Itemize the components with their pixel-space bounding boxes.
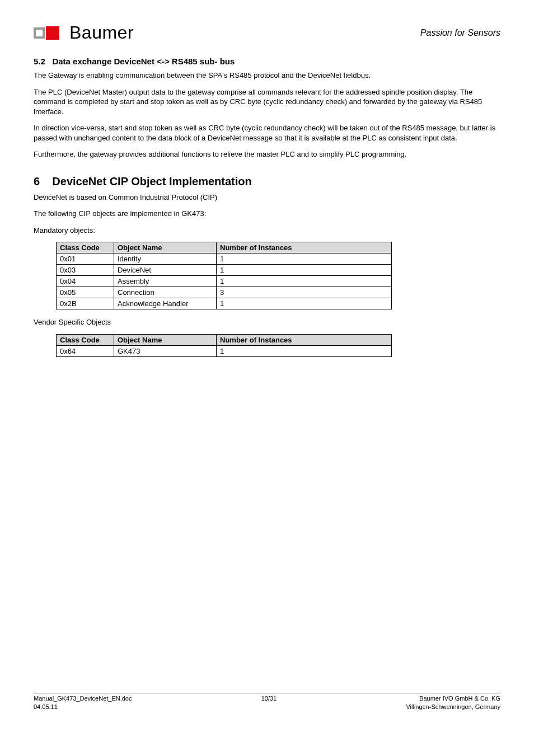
section-5-2-title: Data exchange DeviceNet <-> RS485 sub- b…: [52, 57, 235, 66]
footer-page-number: 10/31: [261, 694, 277, 702]
cell-name: GK473: [114, 346, 217, 357]
table-row: 0x05 Connection 3: [57, 287, 392, 298]
cell-code: 0x01: [57, 253, 114, 265]
col-number-instances: Number of Instances: [217, 335, 392, 346]
section-6-title: DeviceNet CIP Object Implementation: [52, 175, 251, 187]
section-5-2-para-4: Furthermore, the gateway provides additi…: [34, 149, 500, 159]
section-5-2-para-1: The Gateway is enabling communication be…: [34, 71, 500, 81]
col-class-code: Class Code: [57, 242, 114, 253]
table-row: 0x2B Acknowledge Handler 1: [57, 298, 392, 309]
cell-instances: 3: [217, 287, 392, 298]
table-row: 0x01 Identity 1: [57, 253, 392, 265]
cell-code: 0x05: [57, 287, 114, 298]
table-header-row: Class Code Object Name Number of Instanc…: [57, 242, 392, 253]
cell-instances: 1: [217, 276, 392, 287]
table-row: 0x03 DeviceNet 1: [57, 265, 392, 276]
cell-code: 0x03: [57, 265, 114, 276]
mandatory-objects-table: Class Code Object Name Number of Instanc…: [56, 242, 392, 309]
brand-logo: Baumer: [34, 22, 134, 43]
cell-name: DeviceNet: [114, 265, 217, 276]
cell-name: Connection: [114, 287, 217, 298]
footer-left: Manual_GK473_DeviceNet_EN.doc 04.05.11: [34, 694, 132, 711]
cell-instances: 1: [217, 298, 392, 309]
section-6-heading: 6 DeviceNet CIP Object Implementation: [34, 175, 500, 188]
cell-instances: 1: [217, 346, 392, 357]
section-5-2-number: 5.2: [34, 57, 45, 66]
table-header-row: Class Code Object Name Number of Instanc…: [57, 335, 392, 346]
svg-rect-2: [46, 26, 59, 40]
section-5-2-para-3: In direction vice-versa, start and stop …: [34, 123, 500, 143]
cell-name: Assembly: [114, 276, 217, 287]
col-object-name: Object Name: [114, 242, 217, 253]
footer-date: 04.05.11: [34, 703, 132, 711]
cell-instances: 1: [217, 253, 392, 265]
footer-company: Baumer IVO GmbH & Co. KG: [406, 694, 500, 702]
section-5-2-para-2: The PLC (DeviceNet Master) output data t…: [34, 87, 500, 117]
section-6-intro-1: DeviceNet is based on Common Industrial …: [34, 192, 500, 203]
svg-rect-1: [36, 30, 43, 36]
section-6-number: 6: [34, 175, 40, 187]
table-row: 0x04 Assembly 1: [57, 276, 392, 287]
footer-right: Baumer IVO GmbH & Co. KG Villingen-Schwe…: [406, 694, 500, 711]
col-class-code: Class Code: [57, 335, 114, 346]
section-5-2-heading: 5.2 Data exchange DeviceNet <-> RS485 su…: [34, 57, 500, 66]
brand-name: Baumer: [69, 22, 134, 43]
page-footer: Manual_GK473_DeviceNet_EN.doc 04.05.11 1…: [34, 693, 500, 711]
cell-instances: 1: [217, 265, 392, 276]
cell-name: Acknowledge Handler: [114, 298, 217, 309]
col-object-name: Object Name: [114, 335, 217, 346]
footer-center: 10/31: [261, 694, 277, 711]
vendor-objects-label: Vendor Specific Objects: [34, 317, 500, 327]
cell-name: Identity: [114, 253, 217, 265]
footer-doc-name: Manual_GK473_DeviceNet_EN.doc: [34, 694, 132, 702]
vendor-objects-table: Class Code Object Name Number of Instanc…: [56, 334, 392, 357]
section-6-intro-2: The following CIP objects are implemente…: [34, 209, 500, 219]
cell-code: 0x04: [57, 276, 114, 287]
page-header: Baumer Passion for Sensors: [34, 22, 500, 43]
cell-code: 0x64: [57, 346, 114, 357]
logo-squares-icon: [34, 25, 64, 41]
cell-code: 0x2B: [57, 298, 114, 309]
table-row: 0x64 GK473 1: [57, 346, 392, 357]
brand-tagline: Passion for Sensors: [420, 28, 500, 38]
col-number-instances: Number of Instances: [217, 242, 392, 253]
footer-location: Villingen-Schwenningen, Germany: [406, 703, 500, 711]
mandatory-objects-label: Mandatory objects:: [34, 226, 500, 236]
